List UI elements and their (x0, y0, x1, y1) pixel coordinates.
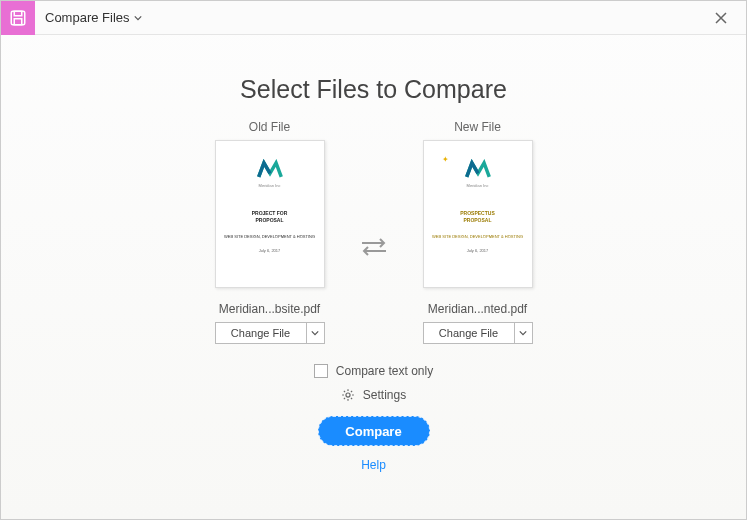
logo-caption: Meridian Inc (467, 183, 489, 188)
chevron-down-icon (311, 329, 319, 337)
dropdown-icon (134, 14, 142, 22)
compare-text-only-checkbox[interactable] (314, 364, 328, 378)
doc-subtitle-text: WEB SITE DESIGN, DEVELOPMENT & HOSTING (224, 235, 315, 240)
new-file-thumbnail[interactable]: ✦ Meridian Inc PROSPECTUSPROPOSAL WEB SI… (423, 140, 533, 288)
change-file-dropdown[interactable] (306, 323, 324, 343)
change-marker-icon: ✦ (442, 155, 449, 164)
change-file-label: Change File (424, 323, 514, 343)
gear-icon (341, 388, 355, 402)
title-label: Compare Files (45, 10, 130, 25)
doc-date-text: July 6, 2017 (259, 248, 281, 253)
doc-title-text: PROSPECTUSPROPOSAL (460, 210, 494, 223)
chevron-down-icon (519, 329, 527, 337)
compare-text-only-label: Compare text only (336, 364, 433, 378)
compare-text-only-option[interactable]: Compare text only (314, 364, 433, 378)
compare-files-dialog: Compare Files Select Files to Compare Ol… (0, 0, 747, 520)
doc-date-text: July 6, 2017 (467, 248, 489, 253)
app-icon (1, 1, 35, 35)
swap-files-button[interactable] (358, 235, 390, 259)
logo-caption: Meridian Inc (259, 183, 281, 188)
window-title[interactable]: Compare Files (45, 10, 142, 25)
svg-rect-1 (14, 11, 22, 16)
compare-button-label: Compare (345, 424, 401, 439)
content-area: Select Files to Compare Old File Meridia… (1, 35, 746, 482)
old-file-label: Old File (249, 120, 290, 134)
save-icon (9, 9, 27, 27)
close-button[interactable] (706, 3, 736, 33)
options-area: Compare text only Settings (41, 364, 706, 402)
doc-subtitle-text: WEB SITE DESIGN, DEVELOPMENT & HOSTING (432, 235, 523, 240)
help-label: Help (361, 458, 386, 472)
change-file-dropdown[interactable] (514, 323, 532, 343)
old-file-name: Meridian...bsite.pdf (219, 302, 320, 316)
meridian-logo-icon (465, 159, 491, 179)
new-change-file-button[interactable]: Change File (423, 322, 533, 344)
settings-link[interactable]: Settings (341, 388, 406, 402)
new-file-name: Meridian...nted.pdf (428, 302, 527, 316)
change-file-label: Change File (216, 323, 306, 343)
old-file-column: Old File Meridian Inc PROJECT FORPROPOSA… (210, 120, 330, 344)
meridian-logo-icon (257, 159, 283, 179)
old-change-file-button[interactable]: Change File (215, 322, 325, 344)
swap-arrows-icon (358, 235, 390, 259)
close-icon (715, 12, 727, 24)
help-link[interactable]: Help (41, 458, 706, 472)
titlebar: Compare Files (1, 1, 746, 35)
old-file-thumbnail[interactable]: Meridian Inc PROJECT FORPROPOSAL WEB SIT… (215, 140, 325, 288)
new-file-column: New File ✦ Meridian Inc PROSPECTUSPROPOS… (418, 120, 538, 344)
settings-label: Settings (363, 388, 406, 402)
svg-rect-2 (14, 18, 22, 24)
page-heading: Select Files to Compare (41, 75, 706, 104)
doc-title-text: PROJECT FORPROPOSAL (252, 210, 288, 223)
new-file-label: New File (454, 120, 501, 134)
files-row: Old File Meridian Inc PROJECT FORPROPOSA… (41, 120, 706, 344)
compare-button[interactable]: Compare (318, 416, 430, 446)
svg-point-3 (346, 393, 350, 397)
